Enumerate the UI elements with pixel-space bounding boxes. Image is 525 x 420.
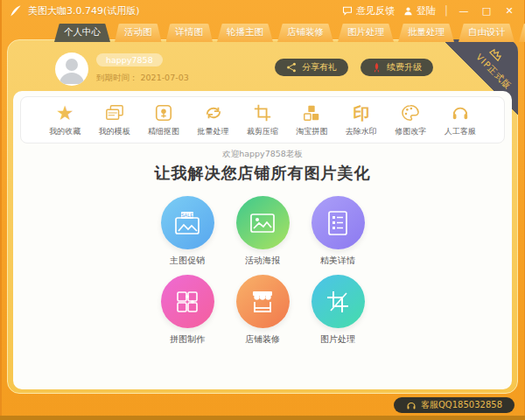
tool-label: 淘宝拼图 bbox=[296, 126, 327, 137]
poster-icon bbox=[248, 211, 276, 235]
rocket-icon bbox=[372, 62, 382, 73]
username-badge: happy7858 bbox=[96, 53, 163, 66]
detail-list-icon bbox=[326, 210, 350, 236]
palette-icon bbox=[401, 102, 420, 123]
headset-icon bbox=[406, 401, 416, 410]
main-card: VIP正式版 happy7858 到期时间： 2021-07-03 分享有礼 续… bbox=[7, 39, 518, 394]
tool-label: 我的模板 bbox=[99, 126, 130, 137]
feature-circle-5 bbox=[312, 275, 365, 328]
login-label: 登陆 bbox=[416, 4, 436, 18]
content-panel: ★ 我的收藏 我的模板 精细抠图 bbox=[13, 91, 512, 389]
renew-label: 续费升级 bbox=[387, 61, 422, 74]
feature-image-processing[interactable]: 图片处理 bbox=[300, 275, 375, 346]
user-actions: 分享有礼 续费升级 bbox=[275, 59, 433, 76]
feature-label: 主图促销 bbox=[170, 255, 205, 267]
tab-detail-image[interactable]: 详情图 bbox=[166, 24, 214, 42]
star-icon: ★ bbox=[56, 102, 74, 123]
puzzle-icon bbox=[174, 289, 200, 315]
maximize-button[interactable]: □ bbox=[480, 5, 494, 17]
renew-upgrade-button[interactable]: 续费升级 bbox=[360, 59, 433, 76]
feature-circle-2 bbox=[312, 196, 365, 249]
tab-custom-service[interactable]: 定制服务 bbox=[519, 24, 525, 42]
app-window: 美图大咖3.0.749(试用版) 意见反馈 登陆 | — □ ✕ 个人中心 活动… bbox=[0, 0, 525, 420]
user-icon bbox=[403, 6, 413, 16]
feature-shop-decoration[interactable]: 店铺装修 bbox=[225, 275, 300, 346]
tool-label: 精细抠图 bbox=[148, 126, 179, 137]
greeting-text: 欢迎happy7858老板 bbox=[13, 149, 512, 160]
tab-batch-processing[interactable]: 批量处理 bbox=[398, 24, 454, 42]
bottom-edge-strip bbox=[0, 416, 525, 420]
quick-toolbar: ★ 我的收藏 我的模板 精细抠图 bbox=[20, 96, 505, 144]
support-qq-label: 客服QQ185032858 bbox=[421, 399, 502, 411]
titlebar-divider: | bbox=[444, 4, 448, 17]
feature-label: 拼图制作 bbox=[170, 333, 205, 346]
minimize-button[interactable]: — bbox=[457, 5, 471, 17]
tool-batch-process[interactable]: 批量处理 bbox=[192, 102, 235, 137]
app-logo-feather-icon bbox=[9, 4, 22, 18]
tool-label: 裁剪压缩 bbox=[247, 126, 278, 137]
templates-icon bbox=[104, 102, 125, 123]
feedback-label: 意见反馈 bbox=[356, 4, 395, 18]
tool-retouch-text[interactable]: 修图改字 bbox=[388, 102, 432, 137]
collage-blocks-icon bbox=[302, 102, 321, 123]
tool-fine-cutout[interactable]: 精细抠图 bbox=[142, 102, 186, 137]
tool-label: 修图改字 bbox=[395, 126, 426, 137]
tab-carousel-main-image[interactable]: 轮播主图 bbox=[217, 24, 273, 42]
tool-crop-compress[interactable]: 裁剪压缩 bbox=[241, 102, 284, 137]
feature-circle-3 bbox=[161, 275, 214, 328]
tab-shop-decoration[interactable]: 店铺装修 bbox=[277, 24, 333, 42]
watermark-stamp-icon: 印 bbox=[353, 102, 369, 123]
crop-icon bbox=[253, 102, 272, 123]
storefront-icon bbox=[248, 289, 276, 315]
support-qq-button[interactable]: 客服QQ185032858 bbox=[394, 397, 514, 413]
crop-process-icon bbox=[326, 290, 350, 314]
tool-label: 去除水印 bbox=[346, 126, 377, 137]
avatar[interactable] bbox=[55, 52, 88, 86]
tool-remove-watermark[interactable]: 印 去除水印 bbox=[340, 102, 383, 137]
share-label: 分享有礼 bbox=[302, 61, 337, 74]
headline-text: 让我解决您店铺所有图片美化 bbox=[13, 163, 512, 184]
window-title: 美图大咖3.0.749(试用版) bbox=[28, 4, 140, 18]
feature-circle-1 bbox=[236, 196, 290, 249]
feature-label: 精美详情 bbox=[320, 255, 355, 267]
tool-my-favorites[interactable]: ★ 我的收藏 bbox=[43, 102, 87, 137]
expiry-date: 到期时间： 2021-07-03 bbox=[96, 73, 189, 84]
feature-grid: SALE 主图促销 活动海报 精美详情 bbox=[150, 196, 375, 346]
tool-human-support[interactable]: 人工客服 bbox=[438, 102, 482, 137]
login-link[interactable]: 登陆 bbox=[403, 4, 436, 18]
headset-icon bbox=[451, 102, 470, 123]
sale-image-icon: SALE bbox=[172, 210, 202, 236]
cutout-icon bbox=[154, 102, 173, 123]
tab-free-design[interactable]: 自由设计 bbox=[458, 24, 514, 42]
feature-main-image-promo[interactable]: SALE 主图促销 bbox=[150, 196, 225, 267]
main-nav-tabs: 个人中心 活动图 详情图 轮播主图 店铺装修 图片处理 批量处理 自由设计 定制… bbox=[54, 24, 525, 42]
tab-personal-center[interactable]: 个人中心 bbox=[54, 24, 110, 42]
feature-activity-poster[interactable]: 活动海报 bbox=[225, 196, 300, 267]
title-bar: 美图大咖3.0.749(试用版) 意见反馈 登陆 | — □ ✕ bbox=[0, 0, 525, 21]
tool-label: 批量处理 bbox=[198, 126, 229, 137]
feature-exquisite-detail[interactable]: 精美详情 bbox=[300, 196, 375, 267]
close-button[interactable]: ✕ bbox=[502, 5, 516, 17]
feedback-bubble-icon bbox=[342, 5, 353, 16]
feature-label: 图片处理 bbox=[320, 333, 355, 346]
feature-label: 活动海报 bbox=[245, 255, 280, 267]
feature-collage-making[interactable]: 拼图制作 bbox=[150, 275, 225, 346]
welcome-block: 欢迎happy7858老板 让我解决您店铺所有图片美化 bbox=[13, 149, 512, 184]
tab-activity-image[interactable]: 活动图 bbox=[115, 24, 162, 42]
share-icon bbox=[286, 62, 297, 73]
tool-label: 人工客服 bbox=[444, 126, 476, 137]
feature-circle-4 bbox=[236, 275, 290, 328]
feedback-link[interactable]: 意见反馈 bbox=[342, 4, 395, 18]
batch-sync-icon bbox=[203, 102, 224, 123]
feature-label: 店铺装修 bbox=[245, 333, 280, 346]
share-button[interactable]: 分享有礼 bbox=[275, 59, 348, 76]
tab-image-processing[interactable]: 图片处理 bbox=[338, 24, 394, 42]
tool-taobao-collage[interactable]: 淘宝拼图 bbox=[290, 102, 333, 137]
feature-circle-0: SALE bbox=[161, 196, 214, 249]
tool-label: 我的收藏 bbox=[49, 126, 80, 137]
tool-my-templates[interactable]: 我的模板 bbox=[93, 102, 136, 137]
